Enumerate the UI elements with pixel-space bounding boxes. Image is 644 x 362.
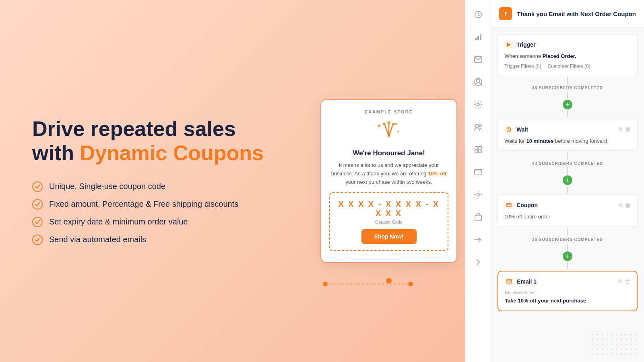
wait-copy-icon[interactable]: ⧉ bbox=[619, 126, 623, 133]
svg-text:✦: ✦ bbox=[377, 123, 382, 129]
wait-label: Wait bbox=[516, 126, 528, 133]
page-wrapper: Drive repeated sales with Dynamic Coupon… bbox=[0, 0, 644, 362]
subscribers-badge-2: 43 SUBSCRIBERS COMPLETED bbox=[532, 160, 603, 167]
svg-line-4 bbox=[385, 125, 389, 137]
wait-actions: ⧉ 🗑 bbox=[619, 126, 631, 133]
feature-text-1: Unique, Single-use coupon code bbox=[49, 182, 165, 191]
svg-point-2 bbox=[33, 217, 42, 227]
wait-delete-icon[interactable]: 🗑 bbox=[625, 126, 631, 133]
wait-desc: Waits for bbox=[504, 138, 526, 144]
wait-icon bbox=[504, 125, 513, 134]
shop-button[interactable]: Shop Now! bbox=[361, 229, 417, 244]
svg-rect-16 bbox=[480, 34, 481, 40]
trigger-filter2[interactable]: Customer Filters (0) bbox=[548, 64, 590, 69]
email-body: It means a lot to us and we appreciate y… bbox=[329, 161, 448, 186]
feature-text-2: Fixed amount, Percentage & Free shipping… bbox=[49, 200, 238, 209]
connector-line-1c bbox=[567, 110, 568, 117]
email-description: Take 10% off your next purchase bbox=[505, 297, 630, 305]
feature-text-3: Set expiry date & minimum order value bbox=[49, 217, 188, 226]
add-step-btn-1[interactable]: + bbox=[563, 100, 572, 109]
email-copy-icon[interactable]: ⧉ bbox=[618, 278, 622, 285]
feature-item-4: Send via automated emails bbox=[32, 234, 288, 245]
svg-rect-24 bbox=[479, 146, 481, 149]
svg-point-0 bbox=[33, 182, 42, 191]
email-actions: ⧉ 🗑 bbox=[618, 278, 630, 285]
check-icon-4 bbox=[32, 234, 43, 245]
trigger-filter1[interactable]: Trigger Filters (0) bbox=[504, 64, 541, 69]
svg-rect-34 bbox=[506, 204, 511, 207]
main-heading: Drive repeated sales with Dynamic Coupon… bbox=[32, 117, 288, 165]
coupon-copy-icon[interactable]: ⧉ bbox=[619, 202, 623, 209]
sidebar-icon-users[interactable] bbox=[472, 121, 485, 134]
coupon-node: Coupon ⧉ 🗑 10% off entire order bbox=[497, 195, 638, 227]
body-highlight: 10% off bbox=[428, 171, 446, 177]
svg-text:✦: ✦ bbox=[397, 130, 400, 134]
node-connector-2: 43 SUBSCRIBERS COMPLETED + bbox=[497, 151, 638, 195]
connector-line-2b bbox=[567, 167, 568, 175]
panel-content[interactable]: Trigger When someone Placed Order. Trigg… bbox=[491, 28, 644, 362]
wait-title-row: Wait bbox=[504, 125, 528, 134]
trigger-bold: Placed Order. bbox=[543, 53, 576, 59]
add-step-btn-2[interactable]: + bbox=[563, 175, 572, 185]
feature-text-4: Send via automated emails bbox=[49, 235, 146, 244]
node-connector-3: 36 SUBSCRIBERS COMPLETED + bbox=[497, 227, 638, 271]
email-body-node: Recieves Email Take 10% off your next pu… bbox=[505, 289, 630, 305]
wait-after: before moving forward. bbox=[553, 138, 609, 144]
svg-rect-30 bbox=[475, 215, 481, 221]
sidebar-icon-envelope[interactable] bbox=[472, 53, 485, 66]
sidebar-icon-settings[interactable] bbox=[472, 188, 485, 201]
connector-line-1a bbox=[567, 77, 568, 84]
sidebar-icon-user[interactable] bbox=[472, 76, 485, 88]
coupon-label-node: Coupon bbox=[516, 202, 538, 208]
sidebar-icon-arrow[interactable] bbox=[472, 233, 485, 246]
coupon-code-text: X X X X - X X X X - X X X X bbox=[335, 200, 443, 218]
add-step-btn-3[interactable]: + bbox=[563, 251, 572, 261]
sidebar-icon-gear[interactable] bbox=[472, 98, 485, 111]
sidebar bbox=[465, 0, 491, 362]
heading-highlight: Dynamic Coupons bbox=[80, 141, 264, 165]
store-name: EXAMPLE STORE bbox=[329, 109, 448, 114]
connector-line-2c bbox=[567, 186, 568, 193]
coupon-icon bbox=[504, 201, 513, 210]
svg-rect-25 bbox=[475, 150, 478, 153]
sidebar-icon-browser[interactable] bbox=[472, 166, 485, 179]
subscribers-badge-3: 36 SUBSCRIBERS COMPLETED bbox=[532, 237, 603, 243]
svg-rect-14 bbox=[475, 38, 477, 40]
node-connector-1: 43 SUBSCRIBERS COMPLETED + bbox=[497, 75, 638, 119]
main-panel: r Thank you Email with Next Order Coupon bbox=[491, 0, 644, 362]
email-delete-icon[interactable]: 🗑 bbox=[625, 278, 630, 285]
email-title-row: Email 1 bbox=[505, 277, 537, 286]
wait-node: Wait ⧉ 🗑 Waits for 10 minutes before mov… bbox=[497, 119, 638, 151]
coupon-title-row: Coupon bbox=[504, 201, 538, 210]
panel-logo: r bbox=[499, 7, 512, 20]
sidebar-icon-clock[interactable] bbox=[472, 8, 485, 21]
body-before: It means a lot to us and we appreciate y… bbox=[331, 162, 439, 177]
coupon-node-header: Coupon ⧉ 🗑 bbox=[504, 201, 631, 210]
svg-marker-32 bbox=[507, 43, 511, 47]
sidebar-icon-grid[interactable] bbox=[472, 143, 485, 156]
svg-rect-27 bbox=[475, 169, 482, 175]
sidebar-icon-chart[interactable] bbox=[472, 31, 485, 43]
email-celebration: ✦ ✦ ✦ bbox=[329, 121, 448, 146]
wait-bold: 10 minutes bbox=[526, 138, 554, 144]
center-section: EXAMPLE STORE ✦ ✦ ✦ We're Honoured Jane! bbox=[312, 0, 465, 362]
feature-item-2: Fixed amount, Percentage & Free shipping… bbox=[32, 199, 288, 210]
svg-point-7 bbox=[383, 123, 385, 125]
trigger-desc: When someone bbox=[504, 53, 543, 59]
email-node-icon bbox=[505, 277, 514, 286]
svg-point-20 bbox=[477, 103, 479, 106]
check-icon-1 bbox=[32, 181, 43, 192]
sidebar-icon-bag[interactable] bbox=[472, 211, 485, 224]
svg-point-21 bbox=[475, 124, 479, 128]
coupon-label: Coupon Code bbox=[335, 220, 443, 224]
svg-text:✦: ✦ bbox=[394, 122, 398, 126]
connector-dot-center bbox=[386, 278, 392, 284]
sidebar-icon-chevron[interactable] bbox=[472, 256, 485, 269]
trigger-label: Trigger bbox=[516, 41, 535, 48]
node-filters: Trigger Filters (0) Customer Filters (0) bbox=[504, 64, 631, 69]
svg-point-18 bbox=[477, 79, 480, 82]
coupon-delete-icon[interactable]: 🗑 bbox=[625, 202, 631, 209]
email-card: EXAMPLE STORE ✦ ✦ ✦ We're Honoured Jane! bbox=[320, 99, 457, 263]
email-node-header: Email 1 ⧉ 🗑 bbox=[505, 277, 630, 286]
connector-line-3a bbox=[567, 228, 568, 236]
